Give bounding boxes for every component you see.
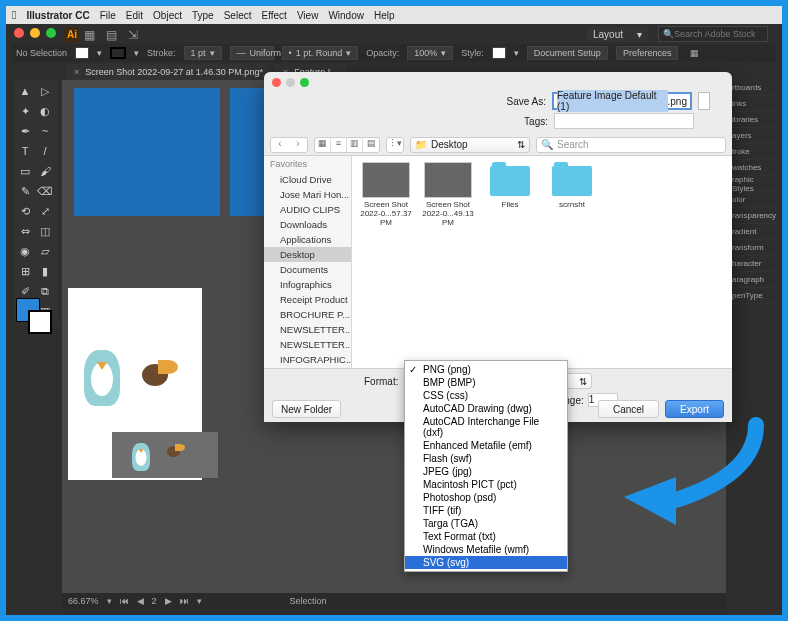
menu-select[interactable]: Select xyxy=(224,10,252,21)
last-artboard-icon[interactable]: ⏭ xyxy=(180,596,189,606)
bridge-icon[interactable]: ▦ xyxy=(84,28,98,42)
stroke-weight-input[interactable]: 1 pt ▾ xyxy=(184,46,222,60)
stock-icon[interactable]: ▤ xyxy=(106,28,120,42)
stroke-swatch[interactable] xyxy=(110,47,126,59)
close-tab-icon[interactable]: × xyxy=(74,67,79,77)
format-option[interactable]: AutoCAD Interchange File (dxf) xyxy=(405,415,567,439)
nav-back-icon[interactable]: ‹ xyxy=(271,138,289,152)
dialog-close-icon[interactable] xyxy=(272,78,281,87)
sidebar-item[interactable]: NEWSLETTER... xyxy=(264,337,351,352)
cancel-button[interactable]: Cancel xyxy=(598,400,659,418)
apple-menu-icon[interactable]:  xyxy=(12,8,16,22)
stroke-profile[interactable]: — Uniform ▾ xyxy=(230,46,274,60)
format-option[interactable]: Targa (TGA) xyxy=(405,517,567,530)
perspective-icon[interactable]: ▱ xyxy=(36,242,54,260)
panel-tab[interactable]: ayers xyxy=(728,128,776,144)
format-option[interactable]: Enhanced Metafile (emf) xyxy=(405,439,567,452)
view-list-icon[interactable]: ≡ xyxy=(331,138,347,152)
view-icons-icon[interactable]: ▦ xyxy=(315,138,331,152)
document-tab[interactable]: ×Screen Shot 2022-09-27 at 1.46.30 PM.pn… xyxy=(66,64,271,80)
menu-view[interactable]: View xyxy=(297,10,319,21)
opacity-input[interactable]: 100% ▾ xyxy=(407,46,453,60)
format-option[interactable]: JPEG (jpg) xyxy=(405,465,567,478)
type-tool-icon[interactable]: T xyxy=(16,142,34,160)
format-option[interactable]: AutoCAD Drawing (dwg) xyxy=(405,402,567,415)
format-option[interactable]: Macintosh PICT (pct) xyxy=(405,478,567,491)
format-option[interactable]: BMP (BMP) xyxy=(405,376,567,389)
brush-def[interactable]: • 1 pt. Round ▾ xyxy=(282,46,359,60)
view-gallery-icon[interactable]: ▤ xyxy=(363,138,379,152)
panel-tab[interactable]: ibraries xyxy=(728,112,776,128)
file-item[interactable]: scrnsht xyxy=(544,162,600,227)
panel-tab[interactable]: ransparency xyxy=(728,208,776,224)
scale-tool-icon[interactable]: ⤢ xyxy=(36,202,54,220)
panel-tab[interactable]: penType xyxy=(728,288,776,304)
menu-file[interactable]: File xyxy=(100,10,116,21)
sidebar-item[interactable]: Desktop xyxy=(264,247,351,262)
export-button[interactable]: Export xyxy=(665,400,724,418)
expand-dialog-icon[interactable] xyxy=(698,92,710,110)
panel-tab[interactable]: olor xyxy=(728,192,776,208)
eraser-tool-icon[interactable]: ⌫ xyxy=(36,182,54,200)
doc-setup-button[interactable]: Document Setup xyxy=(527,46,608,60)
panel-tab[interactable]: raphic Styles xyxy=(728,176,776,192)
sidebar-item[interactable]: iCloud Drive xyxy=(264,172,351,187)
shaper-tool-icon[interactable]: ✎ xyxy=(16,182,34,200)
new-folder-button[interactable]: New Folder xyxy=(272,400,341,418)
format-option[interactable]: Photoshop (psd) xyxy=(405,491,567,504)
menu-help[interactable]: Help xyxy=(374,10,395,21)
workspace-switcher[interactable]: Layout▾ xyxy=(587,27,648,42)
tags-input[interactable] xyxy=(554,113,694,129)
file-browser[interactable]: Screen Shot 2022-0...57.37 PMScreen Shot… xyxy=(352,156,732,368)
graphic-style[interactable] xyxy=(492,47,506,59)
menu-window[interactable]: Window xyxy=(328,10,364,21)
sidebar-item[interactable]: BROCHURE P... xyxy=(264,307,351,322)
arrange-icon[interactable]: ⇲ xyxy=(128,28,142,42)
format-option[interactable]: PNG (png) xyxy=(405,363,567,376)
sidebar-item[interactable]: Receipt Product xyxy=(264,292,351,307)
preferences-button[interactable]: Preferences xyxy=(616,46,679,60)
nav-fwd-icon[interactable]: › xyxy=(289,138,307,152)
format-option[interactable]: Windows Metafile (wmf) xyxy=(405,543,567,556)
menu-effect[interactable]: Effect xyxy=(261,10,286,21)
sidebar-item[interactable]: Infographics xyxy=(264,277,351,292)
stroke-color-icon[interactable] xyxy=(28,310,52,334)
filename-input[interactable]: Feature Image Default (1).png xyxy=(552,92,692,110)
sidebar-item[interactable]: Downloads xyxy=(264,217,351,232)
mesh-tool-icon[interactable]: ⊞ xyxy=(16,262,34,280)
rotate-tool-icon[interactable]: ⟲ xyxy=(16,202,34,220)
window-minimize-icon[interactable] xyxy=(30,28,40,38)
format-option[interactable]: SVG (svg) xyxy=(405,556,567,569)
panel-tab[interactable]: aragraph xyxy=(728,272,776,288)
dialog-zoom-icon[interactable] xyxy=(300,78,309,87)
format-option[interactable]: Text Format (txt) xyxy=(405,530,567,543)
panel-tab[interactable]: inks xyxy=(728,96,776,112)
app-name[interactable]: Illustrator CC xyxy=(26,10,89,21)
artboard-nav-dropdown-icon[interactable]: ▾ xyxy=(197,596,202,606)
curvature-tool-icon[interactable]: ~ xyxy=(36,122,54,140)
shape-builder-icon[interactable]: ◉ xyxy=(16,242,34,260)
width-tool-icon[interactable]: ⇔ xyxy=(16,222,34,240)
location-dropdown[interactable]: 📁Desktop⇅ xyxy=(410,137,530,153)
zoom-level[interactable]: 66.67% xyxy=(68,596,99,606)
prev-artboard-icon[interactable]: ◀ xyxy=(137,596,144,606)
file-item[interactable]: Screen Shot 2022-0...57.37 PM xyxy=(358,162,414,227)
view-columns-icon[interactable]: ▥ xyxy=(347,138,363,152)
lasso-tool-icon[interactable]: ◐ xyxy=(36,102,54,120)
free-transform-icon[interactable]: ◫ xyxy=(36,222,54,240)
adobe-stock-search[interactable]: 🔍 Search Adobe Stock xyxy=(658,26,768,42)
menu-type[interactable]: Type xyxy=(192,10,214,21)
sidebar-item[interactable]: Jose Mari Hon... xyxy=(264,187,351,202)
panel-tab[interactable]: ransform xyxy=(728,240,776,256)
sidebar-item[interactable]: AUDIO CLIPS xyxy=(264,202,351,217)
line-tool-icon[interactable]: / xyxy=(36,142,54,160)
next-artboard-icon[interactable]: ▶ xyxy=(165,596,172,606)
sidebar-item[interactable]: Applications xyxy=(264,232,351,247)
selection-tool-icon[interactable]: ▲ xyxy=(16,82,34,100)
pen-tool-icon[interactable]: ✒ xyxy=(16,122,34,140)
sidebar-item[interactable]: Documents xyxy=(264,262,351,277)
fill-swatch[interactable] xyxy=(75,47,89,59)
file-item[interactable]: Screen Shot 2022-0...49.13 PM xyxy=(420,162,476,227)
group-items-icon[interactable]: ⋮▾ xyxy=(387,138,403,152)
first-artboard-icon[interactable]: ⏮ xyxy=(120,596,129,606)
